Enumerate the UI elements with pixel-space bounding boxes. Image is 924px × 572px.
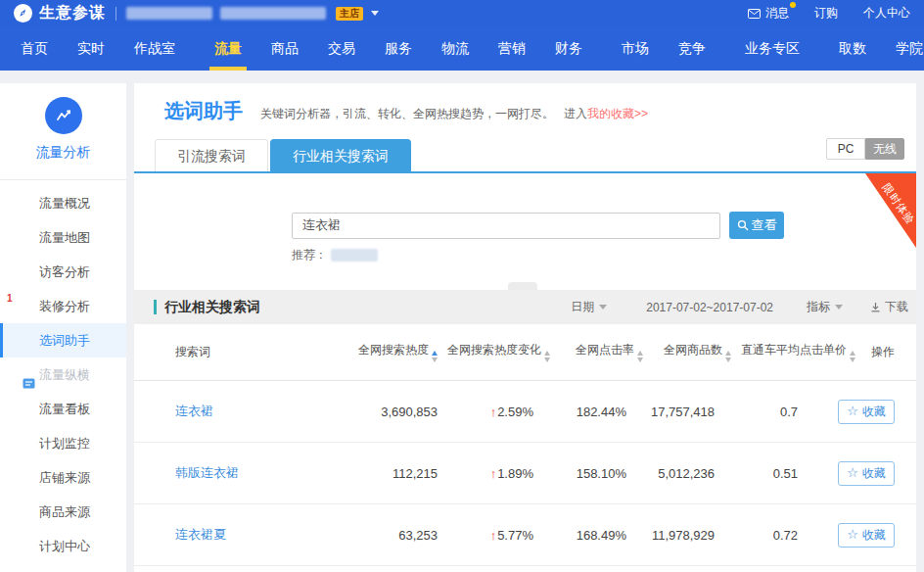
- messages-link[interactable]: 消息: [748, 5, 789, 22]
- nav-item-traffic[interactable]: 流量: [200, 26, 256, 71]
- store-switch-chevron-icon[interactable]: [371, 11, 379, 16]
- sidebar-item-traffic-matrix[interactable]: 流量纵横: [0, 358, 126, 392]
- chevron-down-icon: [835, 305, 843, 310]
- sort-icon: [725, 351, 731, 362]
- main-nav: 首页 实时 作战室 流量 商品 交易 服务 物流 营销 财务 市场 竞争 业务专…: [0, 26, 924, 71]
- section-title: 行业相关搜索词: [164, 299, 260, 316]
- ctr-value: 168.49%: [543, 528, 636, 543]
- recommend-label: 推荐：: [292, 247, 327, 263]
- nav-item-market[interactable]: 市场: [607, 26, 664, 71]
- toggle-wireless-button[interactable]: 无线: [865, 138, 904, 160]
- nav-item-business-zone[interactable]: 业务专区: [730, 26, 814, 71]
- nav-item-competition[interactable]: 竞争: [664, 26, 720, 71]
- nav-item-data-extract[interactable]: 取数: [824, 26, 881, 71]
- tab-referral-keywords[interactable]: 引流搜索词: [155, 139, 268, 171]
- sidebar-item-visitor-analysis[interactable]: 访客分析: [0, 255, 126, 289]
- sidebar-item-traffic-overview[interactable]: 流量概况: [0, 186, 126, 220]
- table-row: 连衣裙 3,690,853 2.59% 182.44% 17,757,418 0…: [134, 381, 916, 443]
- col-ctr[interactable]: 全网点击率: [560, 342, 653, 362]
- keyword-link[interactable]: 连衣裙: [154, 403, 330, 420]
- sidebar-item-traffic-board[interactable]: 流量看板: [0, 392, 126, 426]
- sidebar: 流量分析 流量概况 流量地图 访客分析 1 装修分析 选词助手 流量纵横 流量看…: [0, 83, 126, 572]
- nav-item-home[interactable]: 首页: [6, 26, 63, 71]
- heat-value: 63,253: [330, 528, 447, 543]
- nav-item-realtime[interactable]: 实时: [63, 26, 119, 71]
- topbar: 生意参谋 主店 消息 订购 个人中心: [0, 0, 924, 26]
- search-button[interactable]: 查看: [729, 212, 784, 239]
- sidebar-item-product-source[interactable]: 商品来源: [0, 495, 126, 529]
- keyword-link[interactable]: 韩版连衣裙: [154, 464, 330, 482]
- favorite-button[interactable]: 收藏: [838, 400, 895, 424]
- sidebar-item-traffic-map[interactable]: 流量地图: [0, 220, 126, 255]
- sidebar-item-keyword-helper[interactable]: 选词助手: [0, 323, 126, 358]
- table-row: 连衣裙夏 63,253 5.77% 168.49% 11,978,929 0.7…: [134, 504, 916, 566]
- heat-value: 3,690,853: [330, 405, 447, 419]
- sidebar-item-plan-monitor[interactable]: 计划监控: [0, 426, 126, 460]
- favorite-button[interactable]: 收藏: [838, 523, 895, 548]
- keyword-link[interactable]: 连衣裙夏: [154, 526, 330, 544]
- product-count-value: 17,757,418: [636, 405, 724, 419]
- section-accent-bar: [154, 300, 157, 314]
- nav-item-war-room[interactable]: 作战室: [119, 26, 190, 71]
- col-product-count[interactable]: 全网商品数: [653, 342, 741, 362]
- ppc-value: 0.7: [724, 405, 808, 419]
- tab-industry-keywords[interactable]: 行业相关搜索词: [270, 139, 411, 171]
- app-logo-icon: [14, 4, 32, 23]
- star-icon: [847, 405, 858, 418]
- ppc-value: 0.72: [724, 528, 808, 543]
- download-button[interactable]: 下载: [870, 299, 908, 315]
- nav-item-service[interactable]: 服务: [370, 26, 427, 71]
- section-header: 行业相关搜索词 日期 2017-07-02~2017-07-02 指标 下载: [134, 290, 916, 324]
- nav-item-logistics[interactable]: 物流: [427, 26, 484, 71]
- sidebar-item-shop-source[interactable]: 店铺来源: [0, 460, 126, 495]
- collapse-handle[interactable]: [508, 282, 537, 290]
- subscribe-link[interactable]: 订购: [814, 5, 838, 22]
- star-icon: [847, 466, 858, 480]
- sidebar-item-plan-center[interactable]: 计划中心: [0, 529, 126, 563]
- ppc-value: 0.51: [724, 466, 808, 481]
- page-subtitle: 关键词分析器，引流、转化、全网热搜趋势，一网打尽。: [260, 106, 554, 122]
- toggle-pc-button[interactable]: PC: [826, 138, 865, 160]
- download-label: 下载: [885, 299, 908, 315]
- col-actions: 操作: [865, 344, 897, 360]
- date-dropdown[interactable]: 日期: [571, 299, 607, 315]
- nav-item-academy[interactable]: 学院: [881, 26, 924, 71]
- sidebar-item-decoration-analysis[interactable]: 1 装修分析: [0, 289, 126, 323]
- search-icon: [737, 219, 749, 231]
- product-count-value: 5,012,236: [636, 466, 724, 481]
- metric-dropdown[interactable]: 指标: [807, 299, 843, 315]
- heat-change-value: 1.89%: [490, 466, 533, 481]
- star-icon: [847, 528, 858, 542]
- page-title: 选词助手: [164, 98, 243, 124]
- my-favorites-link[interactable]: 我的收藏>>: [587, 106, 648, 122]
- nav-item-products[interactable]: 商品: [256, 26, 313, 71]
- col-avg-ppc[interactable]: 直通车平均点击单价: [741, 342, 865, 362]
- col-heat-change[interactable]: 全网搜索热度变化: [447, 342, 560, 362]
- main-store-badge: 主店: [336, 7, 363, 21]
- sidebar-item-event-center[interactable]: 事件中心: [0, 563, 126, 572]
- favorite-button[interactable]: 收藏: [838, 461, 895, 486]
- messages-label: 消息: [765, 5, 789, 22]
- ribbon-label: 限时体验: [877, 177, 916, 230]
- notification-dot: [790, 2, 796, 8]
- table-row: 韩版连衣裙 112,215 1.89% 158.10% 5,012,236 0.…: [134, 443, 916, 504]
- sidebar-header: 流量分析: [0, 83, 126, 180]
- metric-label: 指标: [807, 299, 830, 315]
- nav-item-finance[interactable]: 财务: [540, 26, 597, 71]
- heat-change-value: 2.59%: [490, 405, 533, 419]
- personal-center-link[interactable]: 个人中心: [863, 5, 910, 22]
- device-toggle: PC 无线: [826, 138, 904, 160]
- heat-value: 112,215: [330, 466, 447, 481]
- sidebar-item-label: 装修分析: [39, 299, 90, 313]
- nav-item-trade[interactable]: 交易: [313, 26, 370, 71]
- tab-bar: 引流搜索词 行业相关搜索词: [155, 139, 413, 171]
- store-name-redacted: [126, 7, 212, 20]
- store-name-redacted: [220, 7, 326, 20]
- keyword-search-input[interactable]: [292, 213, 720, 239]
- recommend-keyword-redacted[interactable]: [331, 249, 378, 262]
- date-range-value[interactable]: 2017-07-02~2017-07-02: [646, 301, 773, 314]
- sidebar-item-label: 流量纵横: [39, 367, 90, 382]
- col-search-heat[interactable]: 全网搜索热度: [330, 342, 447, 362]
- nav-item-marketing[interactable]: 营销: [484, 26, 540, 71]
- limited-time-ribbon[interactable]: 限时体验: [865, 173, 916, 248]
